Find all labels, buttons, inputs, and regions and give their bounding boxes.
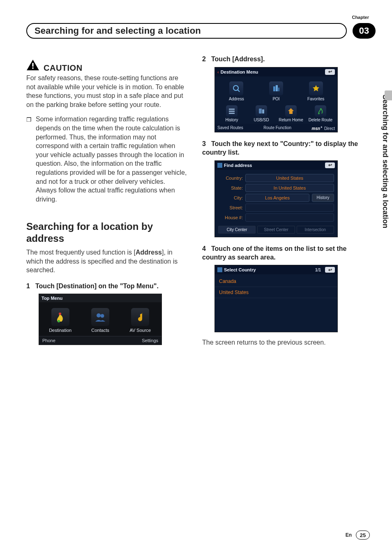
caution-heading: CAUTION — [26, 59, 187, 73]
screenshot-destination-menu: ‹Destination Menu ↩ Address POI Favorite… — [214, 67, 338, 132]
fa-city-label: City: — [218, 195, 243, 200]
back-caret-icon[interactable]: ‹ — [217, 70, 219, 74]
svg-point-17 — [320, 108, 322, 110]
return-icon[interactable]: ↩ — [325, 69, 335, 75]
caution-body: For safety reasons, these route-setting … — [26, 74, 187, 109]
msn-butterfly-icon: ✦ — [320, 125, 323, 129]
svg-point-5 — [100, 314, 104, 318]
top-menu-settings[interactable]: Settings — [142, 338, 158, 343]
side-tab: Searching for and selecting a location — [378, 90, 392, 313]
footer-page-number: 25 — [356, 531, 370, 540]
fa-house-input[interactable] — [245, 213, 334, 222]
screenshot-select-country: Select Country 1/1 ↩ Canada United State… — [214, 265, 338, 332]
dest-poi-label: POI — [272, 97, 279, 101]
chapter-number-pill: 03 — [353, 23, 376, 39]
country-item-canada[interactable]: Canada — [215, 276, 337, 287]
step-1: 1Touch [Destination] on the "Top Menu". — [26, 282, 187, 291]
dest-route-function[interactable]: Route Function — [263, 125, 291, 130]
fa-state-label: State: — [218, 185, 243, 190]
dest-favorites[interactable]: Favorites — [297, 80, 335, 104]
chapter-label: Chapter — [352, 15, 369, 20]
dest-delete-route[interactable]: Delete Route — [306, 104, 335, 124]
svg-point-16 — [318, 113, 320, 114]
fa-country-button[interactable]: United States — [245, 174, 334, 182]
msn-direct-text: Direct — [324, 126, 335, 131]
dest-menu-header: ‹Destination Menu ↩ — [215, 67, 337, 76]
fa-intersection-button: Intersection — [297, 226, 334, 234]
top-menu-avsource-label: AV Source — [129, 328, 151, 333]
svg-point-2 — [58, 320, 60, 322]
top-menu-destination-label: Destination — [49, 328, 71, 333]
svg-rect-14 — [259, 109, 262, 114]
dest-poi[interactable]: POI — [257, 80, 295, 104]
dest-history[interactable]: History — [217, 104, 246, 124]
dest-history-label: History — [225, 118, 238, 122]
msn-logo-text: msn — [312, 126, 321, 131]
dest-address-label: Address — [229, 97, 244, 101]
top-menu-avsource[interactable]: AV Source — [122, 306, 159, 336]
bullet-mark-icon: ❐ — [26, 115, 32, 204]
select-country-title: Select Country — [224, 267, 256, 272]
svg-rect-0 — [32, 63, 33, 67]
info-bullet-body: Some information regarding traffic regul… — [36, 115, 187, 204]
section-body-pre: The most frequently used function is [ — [26, 249, 136, 256]
step-4-text: Touch one of the items on the list to se… — [202, 245, 347, 261]
page-footer: En 25 — [346, 531, 370, 540]
contacts-icon — [91, 308, 109, 326]
fa-city-center-button[interactable]: City Center — [218, 226, 256, 234]
history-icon — [226, 105, 238, 117]
top-menu-title: Top Menu — [42, 296, 62, 301]
svg-line-7 — [238, 90, 240, 92]
svg-rect-15 — [262, 109, 264, 114]
top-menu-phone[interactable]: Phone — [42, 338, 55, 343]
top-menu-header: Top Menu — [39, 294, 161, 302]
svg-rect-1 — [32, 67, 33, 69]
dest-return-home-label: Return Home — [279, 118, 303, 122]
side-tab-text: Searching for and selecting a location — [381, 95, 390, 228]
delete-route-icon — [315, 105, 326, 117]
fa-history-button[interactable]: History — [312, 194, 334, 202]
fa-street-label: Street: — [218, 205, 243, 210]
find-address-icon — [217, 163, 222, 168]
svg-rect-12 — [229, 111, 235, 112]
dest-msn-direct[interactable]: msn✦ Direct — [312, 125, 335, 131]
fa-state-button[interactable]: In United States — [245, 184, 334, 192]
svg-point-3 — [59, 313, 61, 315]
side-tab-marker — [385, 90, 392, 100]
select-country-page: 1/1 — [315, 268, 321, 272]
step-2: 2Touch [Address]. — [202, 55, 363, 64]
svg-rect-18 — [217, 163, 222, 168]
usbsd-icon — [256, 105, 267, 117]
dest-return-home[interactable]: Return Home — [277, 104, 305, 124]
svg-rect-9 — [276, 85, 278, 91]
dest-usbsd[interactable]: USB/SD — [247, 104, 276, 124]
info-bullet: ❐ Some information regarding traffic reg… — [26, 115, 187, 204]
home-icon — [285, 105, 297, 117]
return-icon[interactable]: ↩ — [325, 267, 335, 273]
country-item-united-states[interactable]: United States — [215, 287, 337, 298]
caution-label: CAUTION — [44, 63, 83, 73]
avsource-icon — [131, 308, 149, 326]
step-1-text: Touch [Destination] on the "Top Menu". — [35, 283, 159, 290]
svg-point-4 — [97, 313, 101, 317]
right-column: 2Touch [Address]. ‹Destination Menu ↩ Ad… — [202, 55, 363, 519]
poi-icon — [269, 81, 283, 95]
step-4: 4Touch one of the items on the list to s… — [202, 245, 363, 262]
section-body-bold: Address — [136, 249, 162, 256]
dest-address[interactable]: Address — [217, 80, 256, 104]
svg-rect-8 — [273, 86, 275, 91]
fa-street-input[interactable] — [245, 204, 334, 212]
return-icon[interactable]: ↩ — [325, 162, 335, 168]
dest-saved-routes[interactable]: Saved Routes — [217, 125, 243, 130]
fa-city-button[interactable]: Los Angeles — [245, 194, 309, 202]
top-menu-contacts[interactable]: Contacts — [81, 306, 119, 336]
step-2-text: Touch [Address]. — [211, 56, 265, 63]
address-icon — [229, 81, 243, 95]
top-menu-destination[interactable]: Destination — [42, 306, 79, 336]
fa-street-center-button: Street Center — [257, 226, 295, 234]
footer-lang: En — [346, 532, 352, 538]
chapter-title: Searching for and selecting a location — [35, 25, 201, 36]
fa-house-label: House #: — [218, 215, 243, 220]
svg-rect-13 — [229, 113, 235, 114]
fa-country-label: Country: — [218, 176, 243, 181]
